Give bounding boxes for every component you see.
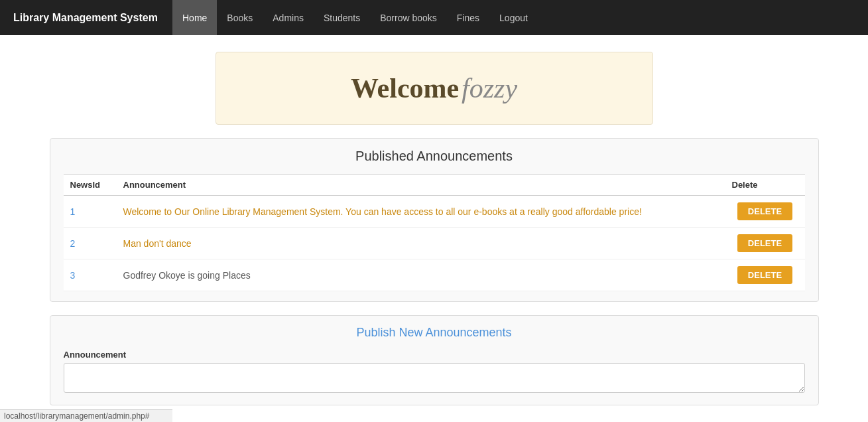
- row-delete-cell: DELETE: [725, 228, 805, 259]
- nav-item-borrow-books[interactable]: Borrow books: [370, 0, 447, 35]
- nav-link-borrow-books[interactable]: Borrow books: [370, 0, 447, 35]
- announcements-title: Published Announcements: [64, 149, 805, 164]
- announcements-section: Published Announcements NewsId Announcem…: [50, 138, 819, 302]
- nav-item-home[interactable]: Home: [172, 0, 217, 35]
- app-title: Library Management System: [13, 12, 158, 24]
- announcement-label: Announcement: [64, 350, 805, 360]
- delete-button[interactable]: DELETE: [737, 202, 792, 220]
- row-announcement: Welcome to Our Online Library Management…: [117, 196, 725, 228]
- nav-link-fines[interactable]: Fines: [447, 0, 489, 35]
- navbar-brand: Library Management System: [0, 0, 172, 35]
- nav-link-books[interactable]: Books: [217, 0, 263, 35]
- nav-item-books[interactable]: Books: [217, 0, 263, 35]
- table-row: 3Godfrey Okoye is going PlacesDELETE: [64, 259, 805, 291]
- welcome-username: fozzy: [462, 73, 517, 104]
- nav-link-admins[interactable]: Admins: [263, 0, 314, 35]
- nav-item-students[interactable]: Students: [314, 0, 370, 35]
- row-announcement: Godfrey Okoye is going Places: [117, 259, 725, 291]
- table-header-row: NewsId Announcement Delete: [64, 175, 805, 196]
- main-container: Published Announcements NewsId Announcem…: [50, 138, 819, 405]
- nav-link-home[interactable]: Home: [172, 0, 217, 35]
- row-delete-cell: DELETE: [725, 259, 805, 291]
- publish-title: Publish New Announcements: [64, 326, 805, 340]
- nav-link-logout[interactable]: Logout: [489, 0, 538, 35]
- nav-item-logout[interactable]: Logout: [489, 0, 538, 35]
- welcome-prefix: Welcome: [351, 73, 459, 104]
- nav-item-fines[interactable]: Fines: [447, 0, 489, 35]
- navbar: Library Management System Home Books Adm…: [0, 0, 868, 35]
- row-announcement: Man don't dance: [117, 228, 725, 259]
- col-announcement: Announcement: [117, 175, 725, 196]
- nav-link-students[interactable]: Students: [314, 0, 370, 35]
- announcement-textarea[interactable]: [64, 363, 805, 393]
- nav-item-admins[interactable]: Admins: [263, 0, 314, 35]
- delete-button[interactable]: DELETE: [737, 234, 792, 252]
- publish-form: Announcement: [64, 350, 805, 395]
- row-delete-cell: DELETE: [725, 196, 805, 228]
- welcome-banner: Welcome fozzy: [216, 52, 653, 125]
- table-row: 2Man don't danceDELETE: [64, 228, 805, 259]
- nav-menu: Home Books Admins Students Borrow books: [172, 0, 538, 35]
- delete-button[interactable]: DELETE: [737, 266, 792, 284]
- row-newsid: 1: [64, 196, 117, 228]
- row-newsid: 2: [64, 228, 117, 259]
- col-newsid: NewsId: [64, 175, 117, 196]
- table-row: 1Welcome to Our Online Library Managemen…: [64, 196, 805, 228]
- publish-section: Publish New Announcements Announcement: [50, 315, 819, 405]
- announcements-table: NewsId Announcement Delete 1Welcome to O…: [64, 174, 805, 291]
- row-newsid: 3: [64, 259, 117, 291]
- col-delete: Delete: [725, 175, 805, 196]
